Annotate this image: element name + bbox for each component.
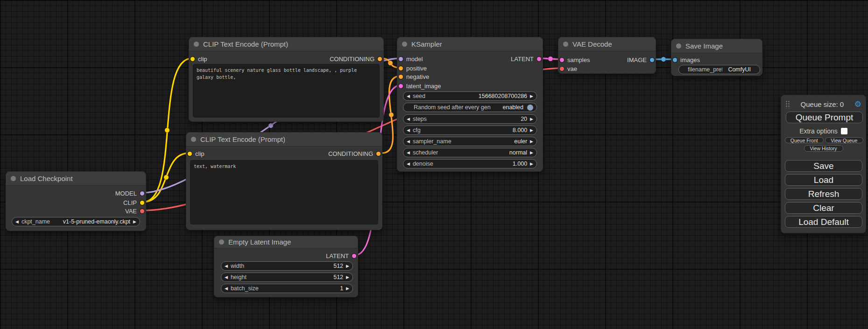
queue-prompt-button[interactable]: Queue Prompt (786, 112, 863, 123)
ckpt-name-widget[interactable]: ◀ ckpt_name v1-5-pruned-emaonly.ckpt ▶ (12, 217, 140, 226)
input-port-model[interactable]: model (399, 55, 423, 63)
input-port-images[interactable]: images (673, 56, 700, 64)
widget-value[interactable]: 512 (333, 274, 343, 280)
output-port-vae[interactable]: VAE (125, 207, 144, 215)
node-title-bar[interactable]: VAE Decode (558, 37, 656, 51)
width-widget[interactable]: ◀ width 512 ▶ (221, 261, 353, 271)
latent-port-icon[interactable] (537, 57, 541, 61)
batch-size-widget[interactable]: ◀ batch_size 1 ▶ (221, 284, 353, 293)
cfg-widget[interactable]: ◀ cfg 8.000 ▶ (403, 126, 537, 135)
increment-arrow-icon[interactable]: ▶ (530, 162, 533, 166)
decrement-arrow-icon[interactable]: ◀ (407, 151, 410, 155)
input-port-samples[interactable]: samples (560, 56, 590, 64)
output-port-latent[interactable]: LATENT (326, 252, 356, 260)
decrement-arrow-icon[interactable]: ◀ (225, 275, 228, 280)
refresh-button[interactable]: Refresh (785, 188, 862, 200)
increment-arrow-icon[interactable]: ▶ (530, 140, 533, 144)
widget-value[interactable]: 512 (333, 263, 343, 269)
decrement-arrow-icon[interactable]: ◀ (407, 128, 410, 133)
node-title-bar[interactable]: Save Image (671, 39, 762, 53)
height-widget[interactable]: ◀ height 512 ▶ (221, 273, 353, 282)
latent-port-icon[interactable] (352, 254, 356, 258)
node-collapse-dot[interactable] (402, 42, 407, 47)
filename-prefix-widget[interactable]: filename_prefix ComfyUI (678, 65, 760, 74)
node-load-checkpoint[interactable]: Load Checkpoint MODEL CLIP VAE ◀ ckpt_na… (6, 171, 146, 231)
node-collapse-dot[interactable] (11, 176, 16, 181)
input-port-clip[interactable]: clip (191, 55, 207, 63)
node-canvas[interactable]: { "icons": { "prev": "◀", "next": "▶", "… (0, 0, 868, 329)
increment-arrow-icon[interactable]: ▶ (346, 275, 349, 280)
node-empty-latent-image[interactable]: Empty Latent Image LATENT ◀ width 512 ▶ … (214, 236, 358, 297)
sampler-name-widget[interactable]: ◀ sampler_name euler ▶ (403, 137, 537, 146)
node-clip-text-encode-positive[interactable]: CLIP Text Encode (Prompt) clip CONDITION… (189, 37, 384, 122)
load-button[interactable]: Load (785, 174, 862, 186)
drag-handle-icon[interactable] (785, 100, 790, 108)
latent-port-icon[interactable] (560, 58, 564, 62)
conditioning-port-icon[interactable] (378, 57, 382, 61)
widget-value[interactable]: euler (514, 138, 527, 145)
widget-value[interactable]: ComfyUI (728, 66, 751, 73)
seed-widget[interactable]: ◀ seed 156680208700286 ▶ (403, 91, 537, 101)
vae-port-icon[interactable] (140, 209, 144, 213)
load-default-button[interactable]: Load Default (785, 216, 862, 228)
decrement-arrow-icon[interactable]: ◀ (407, 162, 410, 166)
input-port-positive[interactable]: positive (399, 64, 427, 72)
latent-port-icon[interactable] (399, 84, 403, 88)
vae-port-icon[interactable] (560, 67, 564, 71)
decrement-arrow-icon[interactable]: ◀ (407, 140, 410, 144)
input-port-vae[interactable]: vae (560, 64, 577, 73)
clip-port-icon[interactable] (140, 201, 144, 205)
next-option-arrow-icon[interactable]: ▶ (133, 220, 136, 224)
node-collapse-dot[interactable] (563, 42, 568, 47)
denoise-widget[interactable]: ◀ denoise 1.000 ▶ (403, 159, 537, 168)
output-port-conditioning[interactable]: CONDITIONING (330, 55, 382, 63)
node-ksampler[interactable]: KSampler model positive negative latent_… (397, 37, 543, 172)
node-clip-text-encode-negative[interactable]: CLIP Text Encode (Prompt) clip CONDITION… (186, 132, 382, 230)
output-port-clip[interactable]: CLIP (123, 198, 144, 207)
extra-options-checkbox[interactable] (841, 128, 847, 134)
widget-value[interactable]: 20 (521, 116, 527, 122)
steps-widget[interactable]: ◀ steps 20 ▶ (403, 114, 537, 124)
image-port-icon[interactable] (673, 58, 677, 62)
widget-value[interactable]: 1.000 (513, 161, 527, 167)
output-port-image[interactable]: IMAGE (627, 56, 654, 64)
decrement-arrow-icon[interactable]: ◀ (407, 94, 410, 98)
conditioning-port-icon[interactable] (376, 152, 381, 156)
increment-arrow-icon[interactable]: ▶ (346, 264, 349, 268)
toggle-enabled-icon[interactable] (527, 105, 533, 111)
node-title-bar[interactable]: Empty Latent Image (214, 236, 358, 248)
model-port-icon[interactable] (140, 191, 144, 196)
output-port-latent[interactable]: LATENT (511, 55, 541, 63)
view-queue-button[interactable]: View Queue (825, 137, 864, 143)
random-seed-toggle-widget[interactable]: Random seed after every gen enabled (403, 103, 537, 112)
output-port-conditioning[interactable]: CONDITIONING (328, 149, 381, 158)
node-save-image[interactable]: Save Image images filename_prefix ComfyU… (671, 39, 762, 76)
input-port-clip[interactable]: clip (188, 149, 205, 158)
decrement-arrow-icon[interactable]: ◀ (225, 287, 228, 291)
scheduler-widget[interactable]: ◀ scheduler normal ▶ (403, 148, 537, 157)
node-title-bar[interactable]: CLIP Text Encode (Prompt) (189, 37, 383, 51)
input-port-latent-image[interactable]: latent_image (399, 82, 441, 90)
decrement-arrow-icon[interactable]: ◀ (407, 117, 410, 121)
increment-arrow-icon[interactable]: ▶ (346, 287, 349, 291)
node-title-bar[interactable]: Load Checkpoint (6, 172, 146, 186)
clip-port-icon[interactable] (191, 57, 195, 61)
node-title-bar[interactable]: CLIP Text Encode (Prompt) (186, 133, 382, 147)
view-history-button[interactable]: View History (804, 145, 843, 152)
prompt-text-input[interactable]: beautiful scenery nature glass bottle la… (193, 64, 380, 118)
clear-button[interactable]: Clear (785, 202, 862, 214)
conditioning-port-icon[interactable] (399, 75, 403, 79)
increment-arrow-icon[interactable]: ▶ (530, 94, 533, 98)
node-collapse-dot[interactable] (219, 239, 224, 245)
widget-value[interactable]: v1-5-pruned-emaonly.ckpt (63, 218, 130, 225)
increment-arrow-icon[interactable]: ▶ (530, 128, 533, 133)
queue-front-button[interactable]: Queue Front (785, 137, 824, 143)
output-port-model[interactable]: MODEL (115, 189, 144, 197)
node-collapse-dot[interactable] (191, 137, 196, 142)
node-collapse-dot[interactable] (194, 42, 199, 47)
clip-port-icon[interactable] (188, 152, 192, 156)
increment-arrow-icon[interactable]: ▶ (530, 151, 533, 155)
prompt-text-input[interactable]: text, watermark (190, 160, 378, 224)
widget-value[interactable]: 1 (340, 285, 343, 292)
model-port-icon[interactable] (399, 57, 403, 61)
